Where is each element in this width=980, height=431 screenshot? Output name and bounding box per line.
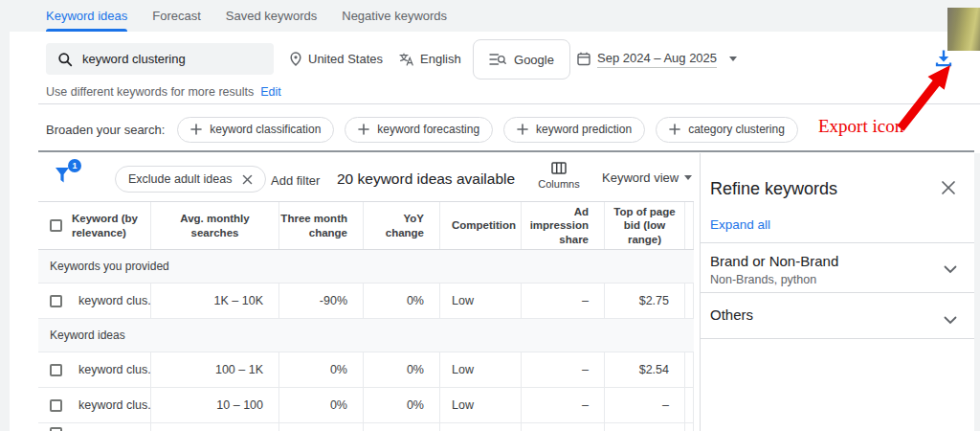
row-checkbox[interactable] xyxy=(50,364,62,376)
header-label: Keyword (by relevance) xyxy=(72,212,150,239)
tab-saved-keywords[interactable]: Saved keywords xyxy=(226,0,317,32)
top-of-page-bid-cell: – xyxy=(605,388,685,422)
keyword-cell: keyword clus... xyxy=(78,398,150,412)
header-ad-impression-share[interactable]: Ad impression share xyxy=(522,202,605,249)
yoy-change-cell: 0% xyxy=(364,388,440,422)
add-filter-button[interactable]: Add filter xyxy=(271,173,320,188)
filter-count-badge: 1 xyxy=(68,159,81,172)
translate-icon xyxy=(399,53,414,66)
refine-group-others-title[interactable]: Others xyxy=(710,306,753,323)
date-range-selector[interactable]: Sep 2024 – Aug 2025 xyxy=(577,43,737,75)
keyword-search-input[interactable]: keyword clustering xyxy=(46,43,274,75)
header-spacer xyxy=(685,202,694,249)
table-row[interactable]: keyword clus... 1K – 10K -90% 0% Low – $… xyxy=(38,284,694,319)
broaden-label: Broaden your search: xyxy=(46,123,165,137)
section-title: Keyword ideas xyxy=(50,329,125,342)
ad-impression-share-cell: – xyxy=(522,388,605,422)
header-yoy-change[interactable]: YoY change xyxy=(364,202,440,249)
avg-searches-cell: 100 – 1K xyxy=(151,352,279,387)
hint-text: Use different keywords for more results xyxy=(46,85,254,99)
broaden-chip-keyword-classification[interactable]: keyword classification xyxy=(177,117,334,143)
tab-label: Negative keywords xyxy=(342,9,447,23)
location-label: United States xyxy=(308,52,383,66)
chip-label: category clustering xyxy=(688,123,785,136)
avg-searches-cell: 1K – 10K xyxy=(151,284,279,318)
ad-impression-share-cell: – xyxy=(522,284,605,318)
three-month-change-cell: -90% xyxy=(279,284,364,318)
table-row-partial[interactable] xyxy=(38,423,694,431)
section-keywords-you-provided: Keywords you provided xyxy=(38,250,694,284)
header-keyword[interactable]: Keyword (by relevance) xyxy=(38,202,151,249)
tab-bar: Keyword ideas Forecast Saved keywords Ne… xyxy=(46,0,447,32)
expand-all-link[interactable]: Expand all xyxy=(710,217,770,232)
keyword-cell: keyword clus... xyxy=(78,363,150,376)
tab-negative-keywords[interactable]: Negative keywords xyxy=(342,0,447,32)
broaden-chip-keyword-prediction[interactable]: keyword prediction xyxy=(503,117,645,143)
location-pin-icon xyxy=(289,52,302,66)
broaden-chip-keyword-forecasting[interactable]: keyword forecasting xyxy=(345,117,493,143)
date-range-label: Sep 2024 – Aug 2025 xyxy=(597,51,717,68)
tab-forecast[interactable]: Forecast xyxy=(152,0,201,32)
top-of-page-bid-cell: $2.75 xyxy=(605,284,685,318)
filter-chip-label: Exclude adult ideas xyxy=(128,172,232,186)
section-keyword-ideas: Keyword ideas xyxy=(38,319,694,352)
calendar-icon xyxy=(577,52,590,66)
columns-button[interactable]: Columns xyxy=(532,162,586,190)
header-avg-monthly-searches[interactable]: Avg. monthly searches xyxy=(151,202,279,249)
keyword-view-selector[interactable]: Keyword view xyxy=(602,162,692,193)
tab-label: Keyword ideas xyxy=(46,9,127,23)
plus-icon xyxy=(358,124,369,135)
row-checkbox[interactable] xyxy=(50,399,62,412)
search-value: keyword clustering xyxy=(82,52,186,66)
view-label: Keyword view xyxy=(602,170,679,185)
row-checkbox[interactable] xyxy=(50,427,62,431)
chip-label: keyword classification xyxy=(210,123,321,136)
language-label: English xyxy=(420,52,461,66)
table-row[interactable]: keyword clus... 10 – 100 0% 0% Low – – xyxy=(38,388,694,423)
table-row[interactable]: keyword clus... 100 – 1K 0% 0% Low – $2.… xyxy=(38,352,694,388)
divider xyxy=(701,338,974,339)
refine-group-brand-subtitle: Non-Brands, python xyxy=(710,273,816,286)
table-header-row: Keyword (by relevance) Avg. monthly sear… xyxy=(38,202,694,250)
search-icon xyxy=(57,52,73,67)
row-checkbox[interactable] xyxy=(50,295,62,307)
edit-keywords-link[interactable]: Edit xyxy=(260,85,281,99)
row-spacer xyxy=(685,284,694,318)
location-selector[interactable]: United States xyxy=(289,43,383,75)
right-gutter xyxy=(974,153,980,431)
annotation-arrow xyxy=(895,57,954,138)
network-selector[interactable]: Google xyxy=(473,39,570,79)
exclude-adult-ideas-chip[interactable]: Exclude adult ideas xyxy=(115,166,266,193)
chevron-down-icon xyxy=(729,57,737,61)
tab-label: Forecast xyxy=(152,9,201,23)
keyword-table: Keyword (by relevance) Avg. monthly sear… xyxy=(38,201,694,431)
avg-searches-cell: 10 – 100 xyxy=(151,388,279,422)
header-top-of-page-bid[interactable]: Top of page bid (low range) xyxy=(605,202,685,249)
network-label: Google xyxy=(514,53,554,67)
tab-label: Saved keywords xyxy=(226,9,317,23)
tab-keyword-ideas[interactable]: Keyword ideas xyxy=(46,0,127,32)
refine-close-icon[interactable] xyxy=(941,180,958,197)
language-selector[interactable]: English xyxy=(399,43,461,75)
divider xyxy=(38,103,980,104)
select-all-checkbox[interactable] xyxy=(50,219,62,232)
plus-icon xyxy=(669,124,680,135)
close-icon[interactable] xyxy=(242,174,253,185)
section-title: Keywords you provided xyxy=(50,260,169,273)
chevron-down-icon[interactable] xyxy=(944,261,957,278)
refine-panel-title: Refine keywords xyxy=(710,179,837,199)
ad-impression-share-cell: – xyxy=(522,352,605,387)
broaden-chip-category-clustering[interactable]: category clustering xyxy=(656,117,798,143)
refine-group-brand-title[interactable]: Brand or Non-Brand xyxy=(710,253,838,269)
keyword-ideas-count: 20 keyword ideas available xyxy=(337,170,515,188)
competition-cell: Low xyxy=(440,352,522,387)
search-hint: Use different keywords for more results … xyxy=(46,85,281,99)
row-spacer xyxy=(685,352,694,387)
chevron-down-icon xyxy=(684,175,692,180)
search-network-icon xyxy=(489,53,506,66)
header-three-month-change[interactable]: Three month change xyxy=(279,202,364,249)
plus-icon xyxy=(190,124,202,135)
annotation-label: Export icon xyxy=(818,116,903,137)
header-competition[interactable]: Competition xyxy=(440,202,522,249)
chevron-down-icon[interactable] xyxy=(944,311,957,329)
